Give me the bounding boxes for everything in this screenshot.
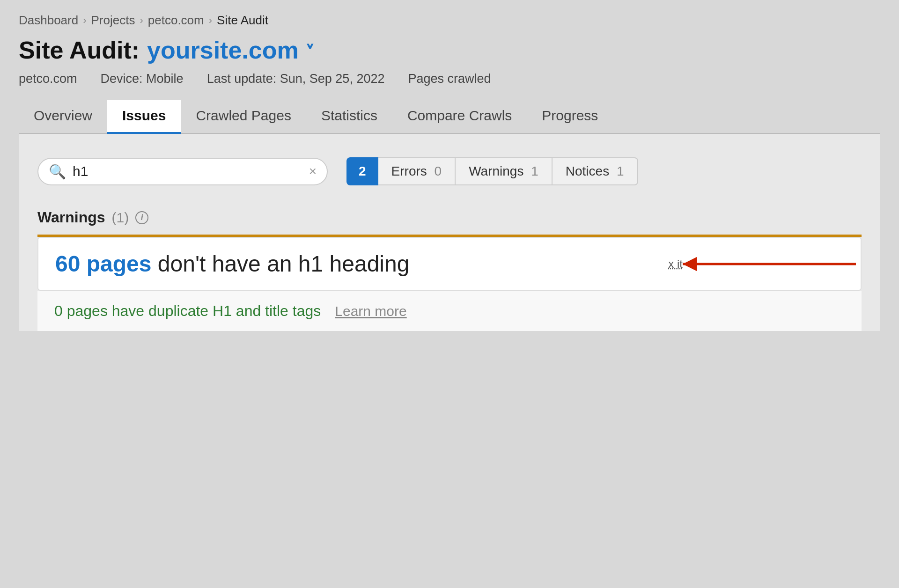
page-title-prefix: Site Audit: xyxy=(19,36,140,64)
issue-link[interactable]: 60 pages xyxy=(55,251,151,276)
page-wrapper: Dashboard › Projects › petco.com › Site … xyxy=(0,0,899,588)
meta-domain: petco.com xyxy=(19,72,77,86)
search-icon: 🔍 xyxy=(49,163,66,180)
breadcrumb-projects[interactable]: Projects xyxy=(91,13,135,28)
breadcrumb-petco[interactable]: petco.com xyxy=(148,13,204,28)
learn-more-link[interactable]: Learn more xyxy=(335,303,406,319)
sub-issue-link[interactable]: 0 pages have duplicate H1 and title tags xyxy=(54,302,321,320)
tab-overview[interactable]: Overview xyxy=(19,100,107,134)
filter-group: 2 Errors 0 Warnings 1 Notices 1 xyxy=(346,157,638,185)
meta-device: Device: Mobile xyxy=(101,72,184,86)
breadcrumb-current: Site Audit xyxy=(217,13,268,28)
search-input[interactable] xyxy=(73,163,302,179)
info-icon[interactable]: i xyxy=(135,211,148,224)
filter-notices-count: 1 xyxy=(613,164,624,178)
tab-issues[interactable]: Issues xyxy=(107,100,181,134)
tab-crawled-pages[interactable]: Crawled Pages xyxy=(181,100,306,134)
issue-row: 60 pages don't have an h1 heading x it xyxy=(37,237,862,291)
content-area: 🔍 × 2 Errors 0 Warnings 1 Notices 1 W xyxy=(19,134,880,331)
meta-row: petco.com Device: Mobile Last update: Su… xyxy=(19,72,880,86)
warnings-label: Warnings xyxy=(37,209,105,226)
filter-total-badge[interactable]: 2 xyxy=(346,157,378,185)
breadcrumb-sep-3: › xyxy=(209,15,212,27)
issue-description: don't have an h1 heading xyxy=(151,251,409,276)
arrow-annotation: x it xyxy=(668,252,861,276)
issue-main-text: 60 pages don't have an h1 heading xyxy=(55,251,409,277)
red-arrow-icon xyxy=(683,252,861,276)
search-box: 🔍 × xyxy=(37,158,328,185)
filter-notices-label: Notices xyxy=(566,164,609,178)
sub-issue-row: 0 pages have duplicate H1 and title tags… xyxy=(37,291,862,331)
warnings-count: (1) xyxy=(112,210,129,226)
tab-statistics[interactable]: Statistics xyxy=(306,100,392,134)
site-dropdown-arrow[interactable]: ˅ xyxy=(305,43,314,62)
tab-compare-crawls[interactable]: Compare Crawls xyxy=(392,100,527,134)
filter-warnings-count: 1 xyxy=(527,164,538,178)
meta-pages-crawled: Pages crawled xyxy=(408,72,491,86)
warnings-header: Warnings (1) i xyxy=(37,209,862,226)
tabs-bar: Overview Issues Crawled Pages Statistics… xyxy=(19,100,880,134)
breadcrumb-dashboard[interactable]: Dashboard xyxy=(19,13,78,28)
filter-errors-label: Errors xyxy=(391,164,427,178)
search-clear-button[interactable]: × xyxy=(309,164,317,179)
annotation-text: x it xyxy=(668,257,683,271)
filter-warnings-badge[interactable]: Warnings 1 xyxy=(456,157,553,185)
filter-notices-badge[interactable]: Notices 1 xyxy=(553,157,638,185)
page-title-site[interactable]: yoursite.com ˅ xyxy=(147,36,314,64)
search-filter-row: 🔍 × 2 Errors 0 Warnings 1 Notices 1 xyxy=(19,148,880,195)
breadcrumb-sep-1: › xyxy=(83,15,86,27)
filter-warnings-label: Warnings xyxy=(469,164,523,178)
breadcrumb: Dashboard › Projects › petco.com › Site … xyxy=(19,13,880,28)
tab-progress[interactable]: Progress xyxy=(527,100,613,134)
svg-marker-1 xyxy=(683,257,697,271)
page-title: Site Audit: yoursite.com ˅ xyxy=(19,36,880,64)
filter-errors-count: 0 xyxy=(431,164,442,178)
breadcrumb-sep-2: › xyxy=(140,15,143,27)
filter-errors-badge[interactable]: Errors 0 xyxy=(378,157,456,185)
meta-last-update: Last update: Sun, Sep 25, 2022 xyxy=(207,72,385,86)
warnings-section: Warnings (1) i 60 pages don't have an h1… xyxy=(19,195,880,331)
